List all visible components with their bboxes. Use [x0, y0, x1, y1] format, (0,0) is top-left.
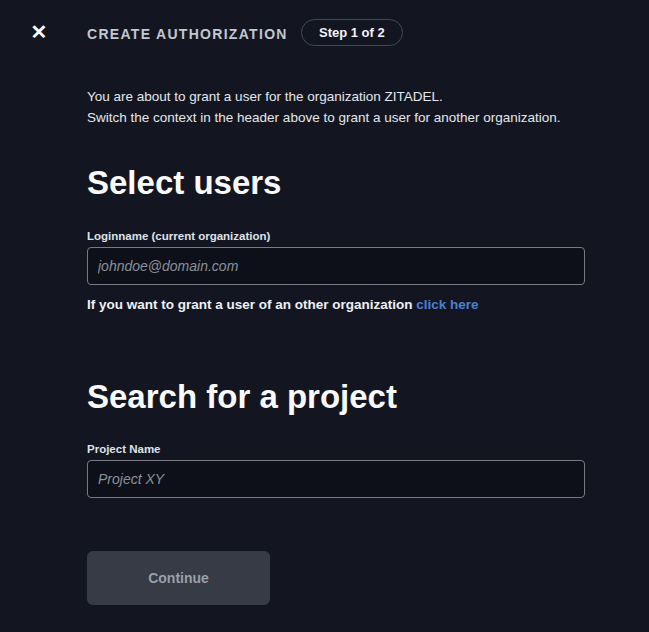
close-icon[interactable]: ✕ [28, 21, 50, 43]
other-org-hint-text: If you want to grant a user of an other … [87, 297, 413, 312]
other-org-hint: If you want to grant a user of an other … [87, 297, 585, 313]
intro-text: You are about to grant a user for the or… [87, 86, 585, 128]
click-here-link[interactable]: click here [416, 297, 478, 312]
select-users-heading: Select users [87, 163, 585, 203]
project-name-input[interactable] [87, 460, 585, 498]
dialog-header: ✕ CREATE AUTHORIZATION Step 1 of 2 [0, 0, 649, 46]
loginname-label: Loginname (current organization) [87, 229, 585, 243]
dialog-body: You are about to grant a user for the or… [87, 46, 585, 605]
project-search-heading: Search for a project [87, 377, 585, 417]
continue-button[interactable]: Continue [87, 551, 270, 605]
project-name-label: Project Name [87, 442, 585, 456]
step-badge: Step 1 of 2 [301, 19, 403, 46]
loginname-input[interactable] [87, 247, 585, 285]
intro-line-1: You are about to grant a user for the or… [87, 89, 443, 104]
dialog-title: CREATE AUTHORIZATION [87, 26, 288, 42]
create-authorization-dialog: { "header": { "close_glyph": "✕", "title… [0, 0, 649, 632]
intro-line-2: Switch the context in the header above t… [87, 110, 561, 125]
